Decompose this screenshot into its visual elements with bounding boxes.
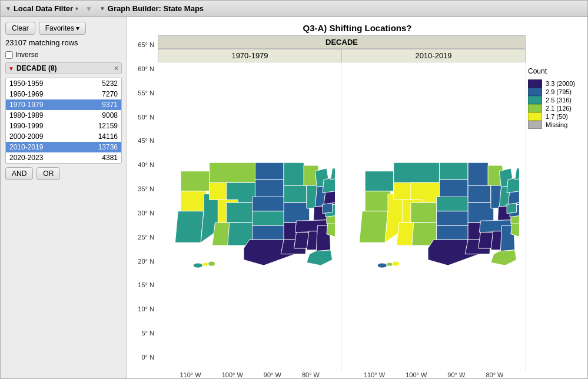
legend-label: 2.5 (316) [546, 97, 572, 104]
or-button[interactable]: OR [36, 167, 60, 180]
svg-marker-62 [468, 162, 491, 185]
col1-header: 1970-1979 [158, 49, 342, 62]
legend-item: 2.5 (316) [528, 96, 583, 104]
decade-item[interactable]: 1990-199912159 [6, 121, 121, 131]
legend-title: Count [528, 67, 583, 75]
clear-button[interactable]: Clear [5, 22, 35, 35]
y-axis-label: 25° N [133, 234, 154, 241]
graph-area: Q3-A) Shifting Locations? 65° N60° N55° … [127, 17, 587, 378]
legend-label: 1.7 (50) [546, 113, 568, 120]
x-axis-label: 90° W [447, 371, 465, 378]
decade-item[interactable]: 1980-19899008 [6, 110, 121, 121]
x-axis-label: 80° W [302, 371, 320, 378]
legend-item: 2.1 (126) [528, 104, 583, 112]
graph-title: Q3-A) Shifting Locations? [127, 17, 587, 35]
decade-item[interactable]: 1950-19595232 [6, 78, 121, 89]
inverse-checkbox[interactable] [5, 51, 13, 59]
x-axis-label: 90° W [264, 371, 281, 378]
svg-marker-45 [365, 171, 394, 191]
y-axis-label: 10° N [133, 305, 154, 312]
left-title-section: ▼ Local Data Filter ▾ [5, 4, 78, 13]
and-button[interactable]: AND [5, 167, 33, 180]
legend-item: Missing [528, 121, 583, 129]
maps-row: Count 3.3 (2000)2.9 (795)2.5 (316)2.1 (1… [158, 62, 587, 371]
svg-marker-9 [227, 202, 255, 222]
x-axis-1: 110° W100° W90° W80° W [158, 371, 342, 378]
filter-dropdown-icon[interactable]: ▼ [8, 65, 14, 72]
matching-rows: 23107 matching rows [5, 38, 122, 47]
y-axis-label: 55° N [133, 89, 154, 97]
legend-swatch [528, 112, 542, 121]
x-axis-2: 110° W100° W90° W80° W [342, 371, 526, 378]
svg-marker-13 [255, 179, 284, 197]
x-axis-label: 80° W [486, 371, 503, 378]
map-panel-2010 [342, 62, 526, 371]
legend-label: 2.9 (795) [546, 88, 572, 95]
legend-item: 1.7 (50) [528, 112, 583, 121]
svg-marker-50 [393, 162, 439, 182]
x-axis-label: 100° W [406, 371, 427, 378]
and-or-buttons: AND OR [5, 167, 122, 180]
svg-marker-20 [284, 202, 310, 222]
main-content: Clear Favorites ▾ 23107 matching rows In… [1, 17, 587, 378]
left-title-dropdown[interactable]: ▾ [75, 5, 78, 12]
decade-item[interactable]: 1960-19697270 [6, 89, 121, 99]
filter-header-label: DECADE (8) [16, 64, 111, 72]
favorites-button[interactable]: Favorites ▾ [39, 22, 87, 35]
inverse-label: Inverse [15, 51, 38, 59]
legend-swatch [528, 121, 542, 129]
left-title: Local Data Filter [14, 4, 73, 13]
x-axis-label: 100° W [222, 371, 243, 378]
decade-list: 1950-195952321960-196972701970-197993711… [5, 78, 122, 164]
right-title: Graph Builder: State Maps [108, 4, 204, 13]
title-divider: ▼ [85, 5, 92, 13]
svg-marker-46 [365, 191, 391, 211]
legend: Count 3.3 (2000)2.9 (795)2.5 (316)2.1 (1… [526, 62, 587, 371]
y-axis-label: 50° N [133, 114, 154, 121]
right-dropdown-arrow[interactable]: ▼ [99, 5, 105, 12]
svg-marker-18 [284, 162, 307, 185]
y-axis-label: 60° N [133, 65, 154, 72]
filter-close-icon[interactable]: ✕ [114, 65, 119, 72]
col2-header: 2010-2019 [342, 49, 526, 62]
title-bar: ▼ Local Data Filter ▾ ▼ ▼ Graph Builder:… [1, 1, 587, 17]
x-axis-row: 110° W100° W90° W80° W 110° W100° W90° W… [158, 371, 526, 378]
svg-marker-56 [439, 162, 468, 179]
map-svg-2010 [348, 68, 520, 365]
left-dropdown-arrow[interactable]: ▼ [5, 5, 11, 12]
decade-item[interactable]: 2000-200914116 [6, 131, 121, 142]
y-axis-label: 0° N [133, 354, 154, 361]
app-window: ▼ Local Data Filter ▾ ▼ ▼ Graph Builder:… [0, 0, 588, 379]
svg-marker-3 [175, 211, 204, 242]
legend-label: 3.3 (2000) [546, 80, 575, 87]
svg-marker-47 [359, 211, 388, 242]
svg-point-85 [377, 263, 387, 268]
legend-swatch [528, 88, 542, 96]
decade-item[interactable]: 2020-20234381 [6, 152, 121, 163]
svg-point-41 [194, 263, 203, 268]
svg-marker-63 [468, 185, 491, 202]
sidebar-buttons: Clear Favorites ▾ [5, 22, 122, 35]
svg-marker-78 [510, 222, 519, 237]
sidebar: Clear Favorites ▾ 23107 matching rows In… [1, 17, 127, 378]
decade-item[interactable]: 2010-201913736 [6, 142, 121, 152]
svg-marker-6 [210, 162, 255, 182]
legend-swatch [528, 96, 542, 104]
svg-marker-53 [410, 202, 439, 222]
svg-marker-64 [468, 202, 494, 222]
decade-label: DECADE [158, 35, 526, 49]
svg-marker-58 [436, 197, 470, 211]
legend-swatch [528, 104, 542, 112]
y-axis-label: 45° N [133, 137, 154, 144]
svg-point-87 [392, 261, 399, 266]
y-axis-label: 20° N [133, 258, 154, 265]
legend-item: 3.3 (2000) [528, 79, 583, 88]
svg-point-86 [387, 262, 393, 266]
legend-item: 2.9 (795) [528, 88, 583, 96]
svg-marker-12 [255, 162, 284, 179]
svg-point-43 [208, 261, 215, 266]
svg-point-42 [202, 262, 208, 266]
y-axis-label: 35° N [133, 185, 154, 192]
svg-marker-34 [327, 222, 335, 237]
decade-item[interactable]: 1970-19799371 [6, 99, 121, 110]
